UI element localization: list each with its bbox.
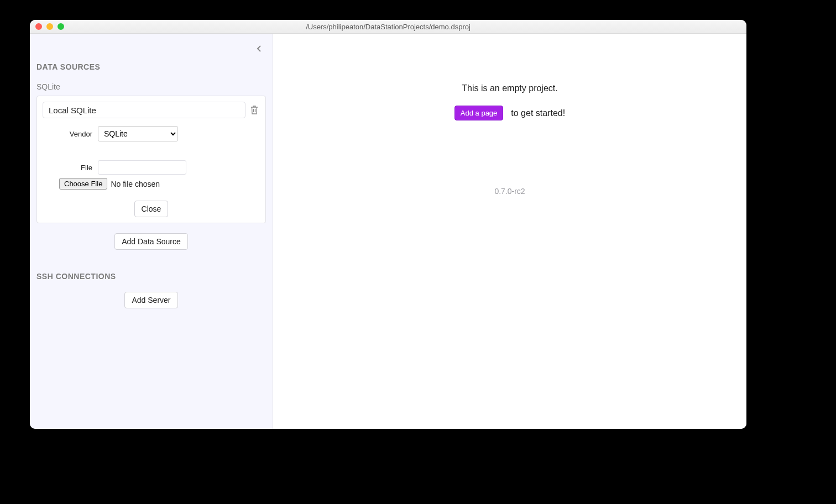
data-source-type-label: SQLite xyxy=(36,82,266,91)
ssh-connections-header: SSH CONNECTIONS xyxy=(36,272,266,281)
close-button[interactable]: Close xyxy=(134,201,169,217)
data-source-card: Vendor SQLite File Choose File No file c… xyxy=(36,96,266,223)
sidebar-collapse-button[interactable] xyxy=(254,41,265,57)
trash-icon[interactable] xyxy=(250,105,260,115)
file-row: File xyxy=(43,160,260,175)
traffic-lights xyxy=(35,23,64,30)
choose-file-button[interactable]: Choose File xyxy=(59,178,107,190)
app-body: DATA SOURCES SQLite xyxy=(30,34,746,429)
sidebar: DATA SOURCES SQLite xyxy=(30,34,273,429)
ssh-actions: Add Server xyxy=(36,292,266,308)
file-chosen-text: No file chosen xyxy=(111,180,160,188)
add-server-button[interactable]: Add Server xyxy=(124,292,177,308)
data-sources-actions: Add Data Source xyxy=(36,233,266,250)
window-maximize-button[interactable] xyxy=(58,23,64,30)
add-data-source-button[interactable]: Add Data Source xyxy=(114,233,188,250)
empty-project-message: This is an empty project. xyxy=(462,83,557,93)
version-label: 0.7.0-rc2 xyxy=(494,187,525,196)
data-source-title-row xyxy=(43,102,260,118)
window-title: /Users/philipeaton/DataStationProjects/d… xyxy=(306,23,471,31)
chevron-left-icon xyxy=(257,44,262,55)
add-page-button[interactable]: Add a page xyxy=(454,106,504,120)
titlebar: /Users/philipeaton/DataStationProjects/d… xyxy=(30,20,746,34)
data-source-name-input[interactable] xyxy=(43,102,245,118)
file-label: File xyxy=(43,164,92,172)
vendor-select[interactable]: SQLite xyxy=(98,126,178,141)
card-actions: Close xyxy=(43,201,260,217)
cta-row: Add a page to get started! xyxy=(454,106,565,120)
window-close-button[interactable] xyxy=(35,23,42,30)
file-chooser-row: Choose File No file chosen xyxy=(59,178,260,190)
main-content: This is an empty project. Add a page to … xyxy=(273,34,746,429)
vendor-row: Vendor SQLite xyxy=(43,126,260,141)
cta-suffix-text: to get started! xyxy=(511,108,565,118)
data-sources-header: DATA SOURCES xyxy=(36,62,266,71)
file-path-input[interactable] xyxy=(98,160,186,175)
vendor-label: Vendor xyxy=(43,130,92,138)
window-minimize-button[interactable] xyxy=(46,23,53,30)
app-window: /Users/philipeaton/DataStationProjects/d… xyxy=(30,20,746,429)
